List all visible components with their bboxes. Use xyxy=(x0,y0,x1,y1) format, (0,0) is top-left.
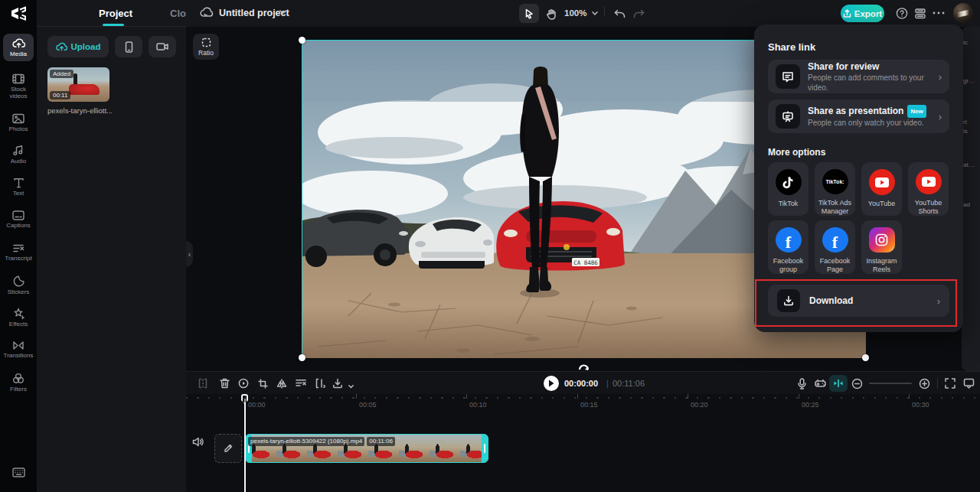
canvas-handle-top-left[interactable] xyxy=(299,37,305,44)
share-option-instagram-reels[interactable]: Instagram Reels xyxy=(861,220,902,274)
speed-icon[interactable] xyxy=(237,377,250,389)
mirror-icon[interactable] xyxy=(276,377,288,389)
share-review-title: Share for review xyxy=(808,61,931,73)
sidebar-item-text[interactable]: Text xyxy=(3,178,34,197)
split-tool-icon[interactable] xyxy=(197,377,209,389)
export-clip-icon[interactable] xyxy=(332,377,344,389)
sidebar-item-audio[interactable]: Audio xyxy=(3,145,34,165)
project-title[interactable]: Untitled project xyxy=(219,8,289,18)
share-as-presentation-item[interactable]: Share as presentation New People can onl… xyxy=(768,99,949,133)
play-button[interactable] xyxy=(544,376,559,391)
collapse-panel-handle[interactable]: ‹ xyxy=(186,241,193,267)
edit-cover-button[interactable] xyxy=(214,434,242,463)
help-icon[interactable] xyxy=(896,7,908,19)
sidebar-item-label: Captions xyxy=(3,222,34,229)
clipped-label: gr… xyxy=(963,77,975,84)
export-icon xyxy=(843,9,851,18)
split-right-icon[interactable] xyxy=(314,377,326,389)
more-menu-icon[interactable] xyxy=(933,7,945,19)
tab-project[interactable]: Project xyxy=(99,8,132,19)
upload-button[interactable]: Upload xyxy=(47,36,109,57)
media-item-name: pexels-taryn-elliott... xyxy=(47,106,178,115)
record-camera-button[interactable] xyxy=(149,36,176,57)
timeline-zoom-slider[interactable] xyxy=(869,383,912,384)
zoom-in-icon[interactable] xyxy=(918,377,930,389)
project-title-chevron-down-icon[interactable] xyxy=(279,10,286,15)
zoom-level[interactable]: 100% xyxy=(564,8,586,18)
sidebar-item-photos[interactable]: Photos xyxy=(3,113,34,132)
keyboard-shortcuts-icon[interactable] xyxy=(12,468,25,477)
select-tool-button[interactable] xyxy=(519,4,539,23)
sidebar-item-label: Transitions xyxy=(3,352,34,359)
canvas-handle-bottom-left[interactable] xyxy=(299,354,305,361)
capcut-logo-icon[interactable] xyxy=(9,6,28,23)
sidebar-item-stickers[interactable]: Stickers xyxy=(3,275,34,295)
time-separator: | xyxy=(606,379,609,388)
fit-screen-icon[interactable] xyxy=(962,377,975,389)
timeline-clip[interactable]: pexels-taryn-elliott-5309422 (1080p).mp4… xyxy=(245,434,488,463)
auto-captions-icon[interactable] xyxy=(295,377,307,389)
ruler-label: 00:15 xyxy=(580,401,598,409)
game-controller-icon[interactable] xyxy=(814,377,826,389)
chevron-right-icon: › xyxy=(939,71,942,83)
ruler-label: 00:25 xyxy=(802,401,819,409)
export-clip-chevron-icon[interactable] xyxy=(345,380,357,393)
download-label: Download xyxy=(809,295,853,306)
upload-cloud-icon xyxy=(56,42,67,52)
sidebar-item-stock-videos[interactable]: Stock videos xyxy=(3,73,34,99)
timeline-toolbar: 00:00:00 | 00:11:06 xyxy=(186,371,980,394)
share-option-facebook-group[interactable]: f Facebook group xyxy=(768,220,808,274)
timeline-area[interactable]: 00:00 00:05 00:10 00:15 00:20 00:25 00:3… xyxy=(186,394,980,492)
zoom-chevron-down-icon[interactable] xyxy=(592,11,598,15)
canvas-handle-bottom-right[interactable] xyxy=(862,354,869,361)
option-label: YouTube xyxy=(868,200,895,208)
delete-icon[interactable] xyxy=(218,377,230,389)
ruler-tick xyxy=(799,394,799,399)
option-label: Instagram Reels xyxy=(861,257,902,274)
clip-trim-handle-right[interactable] xyxy=(482,435,488,462)
ruler-ticks xyxy=(186,397,980,399)
mute-track-icon[interactable] xyxy=(192,437,204,447)
sidebar-item-effects[interactable]: Effects xyxy=(3,308,34,327)
share-for-review-item[interactable]: Share for review People can add comments… xyxy=(768,60,949,93)
sidebar-item-captions[interactable]: Captions xyxy=(3,210,34,229)
media-item-thumbnail[interactable]: Added 00:11 xyxy=(47,67,109,102)
app-window: Media Stock videos Photos Audio Text Cap… xyxy=(0,0,980,492)
share-option-youtube-shorts[interactable]: YouTube Shorts xyxy=(908,162,949,216)
download-item[interactable]: Download › xyxy=(768,285,949,317)
fullscreen-icon[interactable] xyxy=(944,377,956,389)
tasks-icon[interactable] xyxy=(914,7,926,19)
voiceover-mic-icon[interactable] xyxy=(795,377,808,389)
instagram-icon xyxy=(869,227,895,253)
export-button[interactable]: Export xyxy=(841,5,884,22)
crop-icon[interactable] xyxy=(256,377,269,389)
right-panel-clipped: ic gr… rt ls at… ad xyxy=(962,27,980,371)
top-bar: Untitled project 100% Export xyxy=(186,0,980,27)
chevron-right-icon: › xyxy=(939,111,942,122)
option-label: Facebook Page xyxy=(815,257,855,274)
divider xyxy=(937,378,938,389)
audio-splitter-icon[interactable] xyxy=(829,375,848,392)
sidebar-item-transcript[interactable]: Transcript xyxy=(3,243,34,262)
clipped-label: at… xyxy=(963,161,975,168)
share-option-youtube[interactable]: YouTube xyxy=(861,162,902,216)
ratio-button[interactable]: Ratio xyxy=(193,34,219,60)
sidebar-item-filters[interactable]: Filters xyxy=(3,373,34,393)
clipped-label: ic xyxy=(963,39,968,46)
sidebar-item-transitions[interactable]: Transitions xyxy=(3,340,34,359)
cloud-status-icon[interactable] xyxy=(200,7,214,18)
hand-tool-button[interactable] xyxy=(545,8,557,20)
media-panel: Project Cloud Upload Added 00:11 pexels-… xyxy=(37,0,186,492)
share-option-tiktok[interactable]: TikTok xyxy=(768,162,808,216)
avatar[interactable] xyxy=(953,3,973,23)
sidebar-item-media[interactable]: Media xyxy=(3,34,34,61)
undo-button[interactable] xyxy=(613,8,626,20)
redo-button[interactable] xyxy=(632,8,645,20)
zoom-out-icon[interactable] xyxy=(851,377,863,389)
ruler-tick xyxy=(466,394,467,399)
share-option-facebook-page[interactable]: f Facebook Page xyxy=(815,220,855,274)
upload-from-phone-button[interactable] xyxy=(115,36,142,57)
ruler-label: 00:10 xyxy=(469,401,487,409)
share-option-tiktok-ads[interactable]: TikTok: TikTok Ads Manager xyxy=(815,162,855,216)
export-label: Export xyxy=(854,9,882,18)
